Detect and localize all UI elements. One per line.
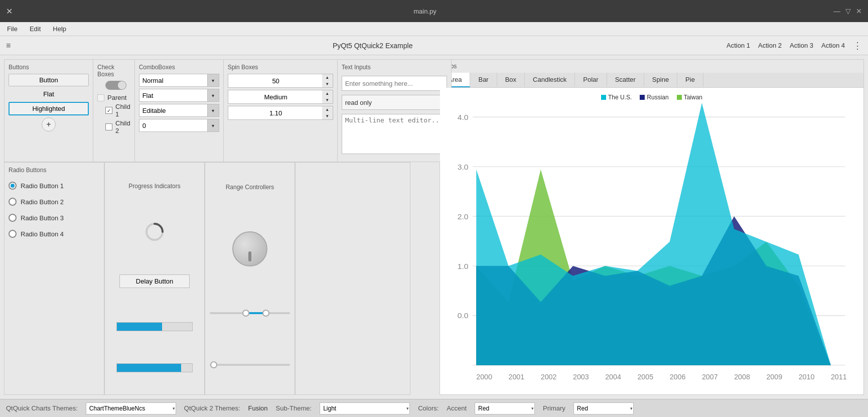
spin3-up[interactable]: ▲	[322, 106, 333, 113]
widgets-area: Buttons Button Flat Highlighted + Check …	[0, 55, 868, 399]
button-flat[interactable]: Flat	[9, 88, 89, 100]
chart-tab-scatter[interactable]: Scatter	[607, 73, 644, 87]
text-input-readonly[interactable]	[342, 95, 447, 110]
area-chart-svg: 4.0 3.0 2.0 1.0 0.0 2000 2001 2002 2003 …	[444, 103, 859, 386]
spin2-controls: ▲ ▼	[322, 90, 333, 104]
spin2-down[interactable]: ▼	[322, 97, 333, 103]
child2-checkbox[interactable]	[105, 123, 112, 130]
spin1-up[interactable]: ▲	[322, 74, 333, 81]
chart-tab-box[interactable]: Box	[497, 73, 525, 87]
buttons-panel: Buttons Button Flat Highlighted +	[4, 59, 93, 162]
qt2-theme-value: Fusion	[248, 404, 268, 412]
knob-indicator	[248, 251, 251, 261]
toolbar: ≡ PyQt5 QtQuick2 Example Action 1 Action…	[0, 36, 868, 55]
progress-bar-2-fill	[117, 364, 181, 372]
button-highlighted[interactable]: Highlighted	[9, 102, 89, 115]
chart-tab-candlestick[interactable]: Candlestick	[525, 73, 575, 87]
parent-checkbox[interactable]	[97, 94, 104, 101]
window-frame: ✕ main.py — ▽ ✕ File Edit Help ≡ PyQt5 Q…	[0, 0, 868, 417]
radio-item-1[interactable]: Radio Button 1	[9, 182, 100, 190]
button-normal[interactable]: Button	[9, 74, 89, 86]
minimize-button[interactable]: —	[833, 7, 840, 15]
comboboxes-panel-title: ComboBoxes	[139, 64, 219, 71]
hamburger-menu-button[interactable]: ≡	[6, 41, 11, 50]
legend-taiwan-label: Taiwan	[684, 94, 702, 101]
chart-area: Tabs Area Bar Box Candlestick Polar Scat…	[440, 59, 864, 395]
legend-russian-dot	[640, 95, 645, 100]
chart-legend: The U.S. Russian Taiwan	[444, 92, 859, 103]
radio-button-1[interactable]	[9, 182, 17, 190]
child2-checkbox-item[interactable]: Child 2	[105, 119, 130, 134]
window-controls: — ▽ ✕	[833, 7, 862, 15]
radio-label-4: Radio Button 4	[21, 230, 64, 238]
legend-us: The U.S.	[601, 94, 632, 101]
bottom-row: Radio Buttons Radio Button 1 Radio Butto…	[4, 162, 436, 395]
chart-tab-bar[interactable]: Bar	[470, 73, 497, 87]
text-area-multiline[interactable]	[342, 114, 447, 154]
text-inputs-panel: Text Inputs	[337, 59, 452, 162]
accent-label: Accent	[447, 404, 467, 412]
close-button[interactable]: ✕	[856, 7, 862, 15]
range-thumb-left[interactable]	[242, 310, 249, 317]
knob-control[interactable]	[232, 231, 267, 266]
radio-item-2[interactable]: Radio Button 2	[9, 198, 100, 206]
primary-select-wrap: Red Blue Green ▾	[573, 402, 634, 414]
radio-button-3[interactable]	[9, 214, 17, 222]
toolbar-actions: Action 1 Action 2 Action 3 Action 4 ⋮	[727, 40, 862, 51]
app-title: PyQt5 QtQuick2 Example	[19, 42, 727, 50]
menu-file[interactable]: File	[4, 24, 21, 34]
spin-input-2[interactable]	[228, 90, 333, 104]
spin-input-3[interactable]	[228, 106, 333, 120]
range-panel: Range Controllers	[205, 162, 295, 395]
action4-button[interactable]: Action 4	[821, 42, 845, 49]
single-thumb[interactable]	[210, 361, 217, 368]
menu-help[interactable]: Help	[50, 24, 69, 34]
main-content: Buttons Button Flat Highlighted + Check …	[0, 55, 868, 417]
child1-checkbox[interactable]	[105, 107, 112, 114]
radio-item-4[interactable]: Radio Button 4	[9, 230, 100, 238]
toggle-switch[interactable]	[105, 81, 126, 90]
legend-russian-label: Russian	[647, 94, 668, 101]
spin1-down[interactable]: ▼	[322, 81, 333, 87]
spin-input-1[interactable]	[228, 74, 333, 88]
radio-item-3[interactable]: Radio Button 3	[9, 214, 100, 222]
toggle-knob	[118, 81, 126, 89]
maximize-button[interactable]: ▽	[845, 7, 851, 15]
spin2-wrapper: ▲ ▼	[228, 90, 333, 104]
primary-select[interactable]: Red Blue Green	[573, 402, 634, 414]
more-actions-button[interactable]: ⋮	[853, 40, 862, 51]
svg-text:2003: 2003	[573, 373, 589, 381]
combo1-arrow: ▾	[207, 74, 219, 87]
chart-tab-spine[interactable]: Spine	[644, 73, 677, 87]
left-panels: Buttons Button Flat Highlighted + Check …	[4, 59, 436, 395]
chart-tab-pie[interactable]: Pie	[677, 73, 703, 87]
child1-checkbox-item[interactable]: Child 1	[105, 103, 130, 118]
spin3-down[interactable]: ▼	[322, 113, 333, 119]
action1-button[interactable]: Action 1	[727, 42, 750, 49]
chart-tab-polar[interactable]: Polar	[575, 73, 607, 87]
range-thumb-right[interactable]	[262, 310, 269, 317]
add-button[interactable]: +	[42, 117, 56, 131]
range-slider[interactable]	[210, 308, 290, 318]
accent-select[interactable]: Red Blue Green	[475, 402, 535, 414]
parent-checkbox-item[interactable]: Parent	[97, 94, 130, 101]
charts-theme-select[interactable]: ChartThemeBlueNcs ChartThemeBlueIcy Char…	[86, 402, 176, 414]
delay-button[interactable]: Delay Button	[119, 274, 190, 288]
svg-text:1.0: 1.0	[458, 262, 469, 270]
menu-edit[interactable]: Edit	[27, 24, 44, 34]
combo2-arrow: ▾	[207, 89, 219, 102]
radio-button-4[interactable]	[9, 230, 17, 238]
radio-button-2[interactable]	[9, 198, 17, 206]
single-slider[interactable]	[210, 360, 290, 370]
action2-button[interactable]: Action 2	[758, 42, 782, 49]
spin2-up[interactable]: ▲	[322, 90, 333, 97]
buttons-panel-title: Buttons	[9, 64, 89, 71]
svg-text:2011: 2011	[831, 373, 847, 381]
action3-button[interactable]: Action 3	[790, 42, 813, 49]
subtheme-select[interactable]: Light Dark	[320, 402, 410, 414]
chart-container: The U.S. Russian Taiwan	[440, 88, 863, 394]
svg-text:4.0: 4.0	[458, 113, 469, 121]
progress-bar-2	[116, 363, 193, 372]
text-input-1[interactable]	[342, 76, 447, 91]
combo3-arrow: ▾	[207, 104, 219, 117]
